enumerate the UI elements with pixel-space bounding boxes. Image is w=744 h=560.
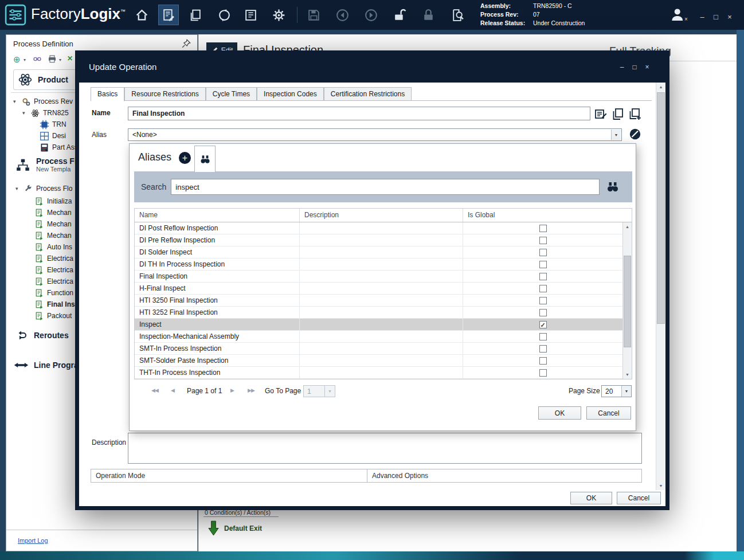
is-global-checkbox[interactable] [539, 297, 547, 304]
last-page-button[interactable]: ▶▶ [248, 387, 254, 393]
alias-description-cell [300, 319, 463, 330]
table-row[interactable]: THT-In Process Inspection [135, 367, 622, 379]
table-row[interactable]: Inspect✓ [135, 319, 622, 331]
is-global-checkbox[interactable] [539, 309, 547, 316]
go-to-page-input[interactable] [304, 386, 324, 397]
name-input[interactable] [128, 107, 590, 120]
table-scrollbar[interactable]: ▲ ▼ [622, 222, 632, 379]
is-global-checkbox[interactable] [539, 273, 547, 280]
is-global-checkbox[interactable] [539, 345, 547, 353]
table-row[interactable]: DI Pre Reflow Inspection [135, 234, 622, 246]
expander-icon[interactable]: ▾ [15, 186, 24, 191]
printer-icon[interactable] [48, 54, 57, 66]
is-global-checkbox[interactable]: ✓ [539, 321, 547, 328]
dialog-minimize-button[interactable]: – [617, 63, 626, 71]
scrollbar-thumb[interactable] [657, 92, 665, 324]
back-button[interactable] [332, 5, 352, 25]
cancel-button[interactable]: Cancel [617, 492, 661, 504]
pin-icon[interactable] [181, 38, 191, 49]
flow-item-label: Final Ins [47, 300, 75, 308]
copy-add-icon[interactable] [628, 107, 642, 121]
column-header-isglobal[interactable]: Is Global [463, 209, 632, 222]
table-row[interactable]: DI TH In Process Inspection [135, 259, 622, 271]
expand-all-icon[interactable]: ✕ [67, 54, 73, 62]
unlock-button[interactable] [390, 5, 409, 25]
description-input[interactable] [128, 433, 642, 464]
table-row[interactable]: Final Inspection [135, 271, 622, 283]
link-icon[interactable] [33, 54, 42, 66]
tab-cycle-times[interactable]: Cycle Times [206, 87, 257, 101]
next-page-button[interactable]: ▶ [230, 387, 234, 393]
audit-search-button[interactable] [447, 5, 467, 25]
dialog-maximize-button[interactable]: □ [630, 63, 639, 71]
dialog-close-button[interactable]: × [643, 63, 652, 71]
scroll-up-icon[interactable]: ▲ [656, 85, 665, 89]
tab-resource-restrictions[interactable]: Resource Restrictions [124, 87, 205, 101]
is-global-checkbox[interactable] [539, 249, 547, 256]
table-row[interactable]: H-Final Inspect [135, 283, 622, 295]
scroll-up-icon[interactable]: ▲ [623, 225, 632, 229]
table-row[interactable]: HTI 3250 Final Inspection [135, 295, 622, 307]
alias-name-cell: THT-In Process Inspection [135, 367, 300, 378]
logout-x-icon[interactable]: × [684, 16, 688, 22]
dialog-scrollbar[interactable]: ▲ ▼ [656, 83, 665, 490]
forward-button[interactable] [361, 5, 381, 25]
ok-button[interactable]: OK [570, 492, 612, 504]
process-definition-button[interactable] [159, 5, 178, 25]
search-binoculars-icon[interactable] [606, 180, 620, 194]
reports-button[interactable] [241, 5, 260, 25]
table-row[interactable]: Inspection-Mechanical Assembly [135, 331, 622, 343]
is-global-checkbox[interactable] [539, 261, 547, 268]
scroll-down-icon[interactable]: ▼ [623, 373, 632, 377]
sync-button[interactable] [214, 5, 234, 25]
scroll-down-icon[interactable]: ▼ [656, 484, 665, 488]
chevron-down-icon[interactable]: ▼ [324, 386, 335, 397]
tab-inspection-codes[interactable]: Inspection Codes [257, 87, 324, 101]
previous-page-button[interactable]: ◀ [171, 387, 174, 393]
table-row[interactable]: SMT-Solder Paste Inspection [135, 355, 622, 367]
expander-icon[interactable]: ▾ [22, 110, 30, 116]
window-minimize-button[interactable]: – [697, 13, 707, 21]
is-global-checkbox[interactable] [539, 225, 547, 232]
column-header-description[interactable]: Description [300, 209, 463, 222]
window-maximize-button[interactable]: □ [711, 13, 721, 21]
is-global-checkbox[interactable] [539, 369, 547, 377]
page-size-combobox[interactable]: 20 ▼ [601, 385, 632, 397]
is-global-checkbox[interactable] [539, 237, 547, 244]
add-caret-icon[interactable]: ▾ [24, 57, 26, 62]
settings-button[interactable] [269, 5, 288, 25]
alias-combobox[interactable]: <None> ▼ [128, 128, 622, 141]
first-page-button[interactable]: ◀◀ [151, 387, 158, 393]
is-global-checkbox[interactable] [539, 357, 547, 365]
lock-button[interactable] [418, 5, 438, 25]
is-global-checkbox[interactable] [539, 285, 547, 292]
add-icon[interactable]: ⊕ [13, 54, 21, 65]
scrollbar-thumb[interactable] [624, 256, 631, 347]
tab-basics[interactable]: Basics [91, 87, 124, 101]
chevron-down-icon[interactable]: ▼ [611, 130, 621, 140]
is-global-checkbox[interactable] [539, 333, 547, 340]
popup-ok-button[interactable]: OK [538, 406, 581, 420]
popup-cancel-button[interactable]: Cancel [586, 406, 631, 420]
print-caret-icon[interactable]: ▾ [59, 57, 61, 62]
window-close-button[interactable]: × [725, 13, 735, 21]
save-button[interactable] [304, 5, 323, 25]
default-exit[interactable]: Default Exit [208, 520, 262, 536]
import-log-link[interactable]: Import Log [18, 537, 48, 544]
copy-icon[interactable] [611, 107, 625, 121]
tab-certification-restrictions[interactable]: Certification Restrictions [324, 87, 412, 101]
search-input[interactable] [171, 179, 600, 195]
clear-alias-icon[interactable] [629, 128, 641, 140]
chevron-down-icon[interactable]: ▼ [621, 386, 631, 397]
templates-button[interactable] [186, 5, 205, 25]
column-header-name[interactable]: Name [135, 209, 300, 222]
search-tab[interactable] [194, 146, 216, 172]
add-alias-button[interactable]: + [179, 152, 191, 164]
table-row[interactable]: DI Post Reflow Inspection [135, 222, 622, 234]
rename-icon[interactable] [594, 107, 608, 121]
table-row[interactable]: SMT-In Process Inspection [135, 343, 622, 355]
home-button[interactable] [132, 5, 151, 25]
expander-icon[interactable]: ▾ [13, 99, 21, 104]
table-row[interactable]: HTI 3252 Final Inspection [135, 307, 622, 319]
table-row[interactable]: DI Solder Inspect [135, 246, 622, 259]
